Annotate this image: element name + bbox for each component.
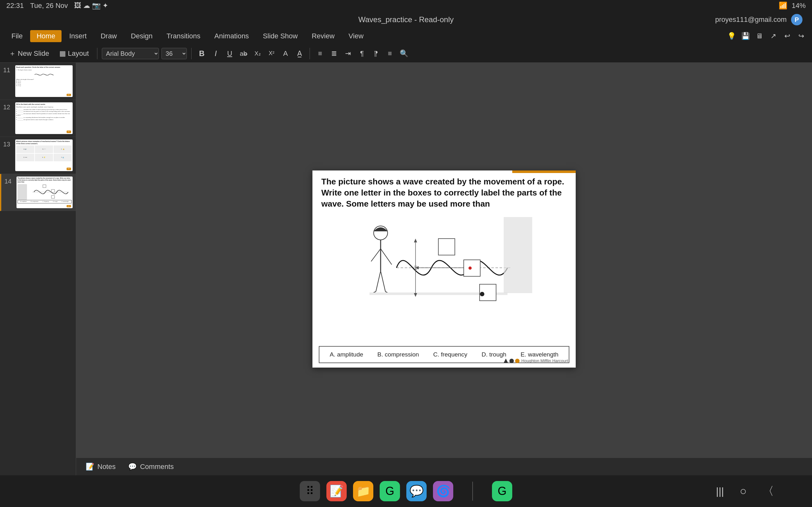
user-area: proyes111@gmail.com P [715, 11, 803, 28]
notes-button[interactable]: 📝 Notes [86, 463, 115, 471]
numbered-list-button[interactable]: ≣ [328, 48, 340, 59]
slide-preview-13: Which pictures show examples of mechanic… [15, 139, 72, 171]
menu-slideshow[interactable]: Slide Show [257, 30, 304, 42]
svg-line-7 [371, 249, 380, 262]
svg-line-8 [380, 249, 392, 265]
svg-line-10 [380, 271, 386, 291]
status-bar-right: 📶 14% [779, 2, 806, 10]
underline-button[interactable]: U [224, 48, 235, 59]
undo-icon[interactable]: ↩ [781, 31, 793, 42]
superscript-button[interactable]: X² [266, 48, 277, 59]
svg-line-9 [376, 271, 380, 291]
search-button[interactable]: 🔍 [398, 48, 409, 59]
circle-icon [509, 359, 514, 363]
svg-point-25 [468, 267, 472, 270]
slide-title: The picture shows a wave created by the … [321, 176, 567, 210]
option-d: D. trough [481, 351, 506, 358]
bullet-list-button[interactable]: ≡ [314, 48, 326, 59]
back-button[interactable]: 〈 [763, 484, 774, 499]
svg-rect-23 [464, 260, 480, 276]
share-icon[interactable]: ↗ [768, 31, 779, 42]
option-b: B. compression [377, 351, 419, 358]
user-email: proyes111@gmail.com [715, 15, 786, 24]
option-c: C. frequency [433, 351, 467, 358]
orange-circle-icon [515, 359, 519, 363]
slide-canvas: The picture shows a wave created by the … [312, 170, 576, 368]
slide-preview-12: Fill in the blank with the correct words… [15, 102, 72, 134]
battery-display: 14% [792, 2, 806, 10]
main-area: The picture shows a wave created by the … [76, 63, 812, 475]
font-size-select[interactable]: 36 [161, 48, 187, 59]
divider-3 [310, 48, 310, 59]
svg-point-27 [480, 292, 484, 296]
save-icon[interactable]: 💾 [740, 31, 751, 42]
menu-bar: File Home Insert Draw Design Transitions… [0, 28, 812, 44]
menu-design[interactable]: Design [125, 30, 159, 42]
menu-insert[interactable]: Insert [63, 30, 93, 42]
notes-icon: 📝 [86, 463, 94, 471]
text-direction-button[interactable]: ¶ [356, 48, 368, 59]
time-display: 22:31 [6, 2, 24, 10]
brand-name: Houghton Mifflin Harcourt [521, 358, 568, 363]
divider-1 [97, 48, 97, 59]
wave-svg [355, 214, 533, 312]
app-dock: ⠿ 📝 📁 G 💬 🌀 [300, 481, 453, 501]
slide-thumb-12[interactable]: 12 Fill in the blank with the correct wo… [0, 100, 76, 137]
svg-rect-2 [43, 185, 46, 187]
slide-body: The picture shows a wave created by the … [321, 176, 567, 345]
indent-button[interactable]: ⇥ [342, 48, 354, 59]
slide-thumb-13[interactable]: 13 Which pictures show examples of mecha… [0, 137, 76, 174]
new-slide-button[interactable]: ＋ New Slide [5, 47, 53, 60]
menu-file[interactable]: File [5, 30, 29, 42]
apps-button[interactable]: ⠿ [300, 481, 320, 501]
menu-view[interactable]: View [342, 30, 370, 42]
menu-transitions[interactable]: Transitions [160, 30, 207, 42]
menu-draw[interactable]: Draw [94, 30, 123, 42]
divider-2 [191, 48, 192, 59]
lightbulb-icon[interactable]: 💡 [726, 31, 737, 42]
slide-num-13: 13 [3, 141, 12, 148]
slide-preview-14: The picture shows a wave created by the … [16, 176, 72, 208]
highlight-button[interactable]: A̲ [294, 48, 305, 59]
svg-rect-4 [51, 195, 55, 199]
home-button[interactable]: ○ [740, 485, 747, 498]
menu-animations[interactable]: Animations [208, 30, 255, 42]
files-app-icon[interactable]: 📁 [353, 481, 373, 501]
toolbar: ＋ New Slide ▦ Layout Arial Body 36 B I U… [0, 44, 812, 63]
contacts-app-icon[interactable]: G [380, 481, 400, 501]
slide-footer: Houghton Mifflin Harcourt [504, 358, 568, 363]
comments-icon: 💬 [128, 463, 137, 471]
svg-marker-17 [414, 239, 417, 242]
font-name-select[interactable]: Arial Body [102, 48, 159, 59]
google-app-icon[interactable]: G [492, 481, 512, 501]
redo-icon[interactable]: ↪ [796, 31, 807, 42]
status-bar-left: 22:31 Tue, 26 Nov 🖼 ☁ 📷 ✦ [6, 2, 108, 10]
subscript-button[interactable]: X₂ [252, 48, 263, 59]
menu-home[interactable]: Home [30, 30, 61, 42]
notes-bar: 📝 Notes 💬 Comments [76, 458, 812, 475]
status-bar: 22:31 Tue, 26 Nov 🖼 ☁ 📷 ✦ 📶 14% [0, 0, 812, 11]
text-align-button[interactable]: ≡ [384, 48, 396, 59]
notes-app-icon[interactable]: 📝 [326, 481, 347, 501]
slide-thumb-11[interactable]: 11 Read each question. Circle the letter… [0, 63, 76, 100]
layout-button[interactable]: ▦ Layout [55, 48, 93, 59]
bold-button[interactable]: B [196, 48, 207, 59]
italic-button[interactable]: I [210, 48, 221, 59]
bottom-bar: ⠿ 📝 📁 G 💬 🌀 G ||| ○ 〈 [0, 475, 812, 507]
triangle-icon [504, 359, 508, 363]
svg-rect-3 [51, 189, 55, 192]
present-icon[interactable]: 🖥 [754, 31, 765, 42]
messages-app-icon[interactable]: 💬 [406, 481, 426, 501]
slide-num-12: 12 [3, 104, 12, 111]
browser-app-icon[interactable]: 🌀 [433, 481, 453, 501]
svg-rect-26 [504, 217, 532, 293]
menu-review[interactable]: Review [305, 30, 341, 42]
overview-button[interactable]: ||| [716, 486, 724, 497]
comments-button[interactable]: 💬 Comments [128, 463, 173, 471]
layout-icon: ▦ [59, 49, 66, 58]
font-color-button[interactable]: A [280, 48, 291, 59]
strikethrough-button[interactable]: ab̶ [238, 48, 249, 59]
text-direction-rtl[interactable]: ¶ [370, 48, 382, 59]
slide-thumb-14[interactable]: 14 The picture shows a wave created by t… [0, 174, 76, 211]
plus-icon: ＋ [9, 49, 16, 58]
